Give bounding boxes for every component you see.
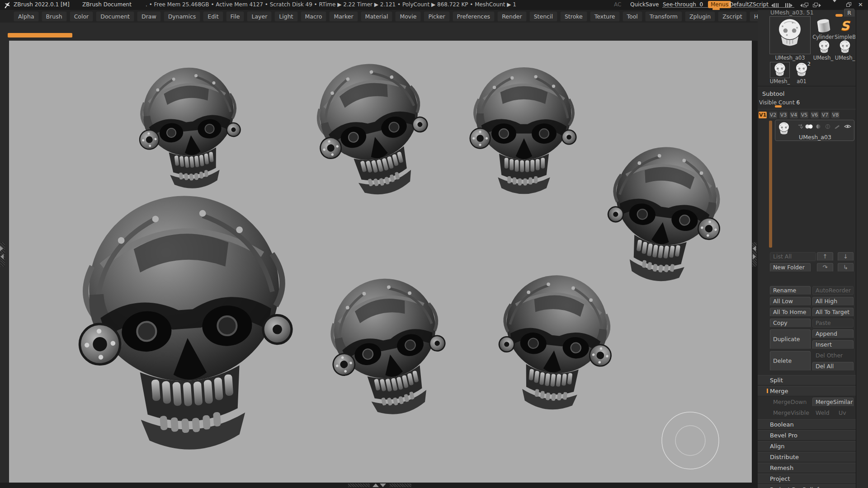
rename-button[interactable]: Rename [770,286,811,295]
all-to-target-button[interactable]: All To Target [812,308,854,317]
shade-icon[interactable] [816,124,821,129]
tab-v4[interactable]: V4 [789,111,798,119]
subtool-item[interactable]: UMesh_a03 [775,120,854,141]
quicksave-button[interactable]: QuickSave [630,1,659,8]
tool-thumb-active[interactable] [769,16,811,54]
tab-v3[interactable]: V3 [779,111,788,119]
menu-item-draw[interactable]: Draw [137,11,161,22]
seethrough-slider-label[interactable]: See-through 0 [663,1,703,8]
move-up-button[interactable]: ↑ [817,252,833,261]
tool-thumb-umesh1[interactable] [815,40,833,55]
menu-item-brush[interactable]: Brush [42,11,67,22]
tool-thumb-simpleb[interactable]: S S [835,18,854,34]
minimize-button[interactable] [833,2,838,9]
restore-button[interactable] [846,2,851,7]
project-section[interactable]: Project [758,474,856,484]
menu-item-zplugin[interactable]: Zplugin [685,11,715,22]
tool-thumb-umesh2[interactable] [837,40,853,55]
insert-button[interactable]: Insert [812,340,854,349]
folder-down-button[interactable]: ↳ [838,263,854,272]
dock-left-icon[interactable] [771,2,779,9]
tab-v2[interactable]: V2 [769,111,778,119]
menu-item-stroke[interactable]: Stroke [560,11,587,22]
subtool-scrollbar[interactable] [769,121,772,248]
split-section[interactable]: Split [758,375,856,385]
dock-right-icon[interactable] [785,2,793,9]
move-down-icon[interactable] [798,124,803,129]
boolean-section[interactable]: Boolean [758,419,856,430]
menus-toggle-button[interactable]: Menus [708,1,731,8]
tab-v8[interactable]: V8 [831,111,840,119]
cycle-ui-right-icon[interactable] [813,2,821,9]
visible-count-handle[interactable] [775,105,782,108]
uv-button[interactable]: Uv [835,408,854,418]
polypaint-icon[interactable] [805,124,813,129]
sculpt-brush-icon[interactable] [834,124,840,129]
menu-item-stencil[interactable]: Stencil [529,11,557,22]
bevel-pro-section[interactable]: Bevel Pro [758,430,856,441]
close-button[interactable]: × [858,1,863,8]
right-tray-divider[interactable] [752,242,757,267]
menu-item-zscript[interactable]: Zscript [718,11,746,22]
menu-item-material[interactable]: Material [361,11,393,22]
tab-v6[interactable]: V6 [810,111,819,119]
mergevisible-button[interactable]: MergeVisible [770,408,811,418]
append-button[interactable]: Append [812,329,854,338]
bottom-tray-divider-left[interactable] [348,483,370,487]
tool-thumb-cylinder[interactable] [813,18,834,34]
close-tray-down-arrow[interactable] [380,483,386,487]
menu-item-document[interactable]: Document [96,11,134,22]
tab-v5[interactable]: V5 [800,111,809,119]
menu-item-render[interactable]: Render [497,11,527,22]
move-down-button[interactable]: ↓ [838,252,854,261]
bottom-tray-divider-right[interactable] [390,483,411,487]
tool-thumb-umesh3[interactable] [770,62,790,78]
remesh-section[interactable]: Remesh [758,463,856,473]
menu-item-layer[interactable]: Layer [247,11,272,22]
delete-button[interactable]: Delete [770,351,811,371]
sculpt-canvas[interactable] [9,41,752,483]
left-tray-divider[interactable] [0,242,5,267]
r-button[interactable]: R [844,9,854,17]
all-to-home-button[interactable]: All To Home [770,308,811,317]
uv-check-icon[interactable] [825,124,830,129]
menu-item-marker[interactable]: Marker [329,11,358,22]
menu-item-macro[interactable]: Macro [301,11,327,22]
menu-item-preferences[interactable]: Preferences [453,11,495,22]
menu-item-picker[interactable]: Picker [424,11,449,22]
tab-v7[interactable]: V7 [821,111,830,119]
menu-item-alpha[interactable]: Alpha [14,11,39,22]
menu-item-light[interactable]: Light [274,11,297,22]
paste-button[interactable]: Paste [812,319,854,328]
mergedown-button[interactable]: MergeDown [770,398,811,407]
menu-item-transform[interactable]: Transform [645,11,682,22]
align-section[interactable]: Align [758,441,856,451]
open-tray-up-arrow[interactable] [373,483,379,487]
menu-item-movie[interactable]: Movie [395,11,421,22]
tool-slider-handle[interactable] [835,14,843,17]
menu-item-texture[interactable]: Texture [590,11,620,22]
visibility-eye-icon[interactable] [844,124,851,129]
tool-thumb-a01[interactable]: 2 [794,62,809,78]
autoreorder-button[interactable]: AutoReorder [812,286,854,295]
mergesimilar-button[interactable]: MergeSimilar [812,398,854,407]
default-zscript-button[interactable]: DefaultZScript [729,1,769,8]
list-all-button[interactable]: List All [770,252,816,261]
distribute-section[interactable]: Distribute [758,452,856,462]
copy-button[interactable]: Copy [770,319,811,328]
tab-v1[interactable]: V1 [758,111,767,119]
subtool-section-title[interactable]: Subtool [762,90,784,97]
all-low-button[interactable]: All Low [770,297,811,306]
del-all-button[interactable]: Del All [812,362,854,371]
all-high-button[interactable]: All High [812,297,854,306]
folder-up-button[interactable]: ↷ [817,263,833,272]
del-other-button[interactable]: Del Other [812,351,854,360]
visible-count-slider[interactable]: Visible Count 6 [759,99,800,106]
cycle-ui-left-icon[interactable] [800,2,808,9]
new-folder-button[interactable]: New Folder [770,263,811,272]
duplicate-button[interactable]: Duplicate [770,329,811,349]
merge-section[interactable]: Merge [758,386,856,396]
menu-item-dynamics[interactable]: Dynamics [164,11,201,22]
weld-button[interactable]: Weld [812,408,832,418]
menu-item-tool[interactable]: Tool [623,11,642,22]
